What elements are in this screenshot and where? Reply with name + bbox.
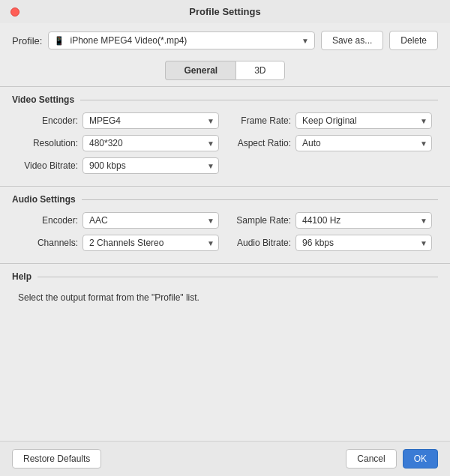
audio-section-line — [82, 199, 438, 200]
ok-button[interactable]: OK — [403, 449, 438, 469]
audio-encoder-select-wrapper: AAC ▼ — [82, 212, 219, 229]
encoder-select-wrapper: MPEG4 ▼ — [82, 112, 219, 129]
delete-button[interactable]: Delete — [389, 31, 438, 50]
resolution-select[interactable]: 480*320 — [82, 135, 219, 151]
encoder-select[interactable]: MPEG4 — [82, 112, 219, 129]
aspect-ratio-select[interactable]: Auto — [296, 135, 432, 151]
channels-select[interactable]: 2 Channels Stereo — [82, 235, 219, 251]
tabs-row: General 3D — [0, 58, 450, 86]
video-bitrate-select-wrapper: 900 kbps ▼ — [82, 157, 219, 174]
profile-row: Profile: 📱 iPhone MPEG4 Video(*.mp4) ▼ S… — [0, 23, 450, 58]
video-bitrate-select[interactable]: 900 kbps — [82, 157, 219, 174]
close-button[interactable] — [10, 7, 20, 16]
frame-rate-select[interactable]: Keep Original — [296, 112, 432, 129]
window-title: Profile Settings — [189, 6, 260, 17]
channels-select-wrapper: 2 Channels Stereo ▼ — [82, 235, 219, 251]
cancel-button[interactable]: Cancel — [346, 449, 396, 469]
frame-rate-select-wrapper: Keep Original ▼ — [296, 112, 432, 129]
encoder-label: Encoder: — [18, 115, 78, 126]
audio-settings-section: Audio Settings Encoder: AAC ▼ Sample Rat… — [0, 187, 450, 257]
audio-encoder-label: Encoder: — [18, 215, 78, 226]
profile-select[interactable]: iPhone MPEG4 Video(*.mp4) — [48, 31, 314, 49]
encoder-row: Encoder: MPEG4 ▼ — [18, 112, 219, 129]
audio-bitrate-select[interactable]: 96 kbps — [296, 235, 432, 251]
frame-rate-label: Frame Rate: — [231, 115, 291, 126]
resolution-row: Resolution: 480*320 ▼ — [18, 135, 219, 151]
help-text: Select the output format from the "Profi… — [12, 289, 438, 306]
channels-label: Channels: — [18, 238, 78, 248]
spacer-2 — [0, 257, 450, 263]
audio-settings-header: Audio Settings — [12, 194, 438, 205]
spacer-1 — [0, 180, 450, 186]
audio-bitrate-label: Audio Bitrate: — [231, 238, 291, 248]
video-bitrate-row: Video Bitrate: 900 kbps ▼ — [18, 157, 219, 174]
profile-label: Profile: — [12, 35, 42, 46]
save-as-button[interactable]: Save as... — [321, 31, 383, 50]
video-settings-title: Video Settings — [12, 94, 74, 105]
window-content: Profile: 📱 iPhone MPEG4 Video(*.mp4) ▼ S… — [0, 23, 450, 441]
audio-bitrate-row: Audio Bitrate: 96 kbps ▼ — [231, 235, 432, 251]
sample-rate-row: Sample Rate: 44100 Hz ▼ — [231, 212, 432, 229]
audio-settings-grid: Encoder: AAC ▼ Sample Rate: 44100 Hz ▼ — [12, 212, 438, 251]
video-settings-header: Video Settings — [12, 94, 438, 105]
help-title: Help — [12, 271, 32, 282]
aspect-ratio-label: Aspect Ratio: — [231, 138, 291, 148]
audio-settings-title: Audio Settings — [12, 194, 76, 205]
bottom-right-buttons: Cancel OK — [346, 449, 438, 469]
sample-rate-select[interactable]: 44100 Hz — [296, 212, 432, 229]
video-section-line — [80, 100, 438, 100]
video-bitrate-label: Video Bitrate: — [18, 160, 78, 171]
title-bar: Profile Settings — [0, 0, 450, 23]
profile-select-wrapper: 📱 iPhone MPEG4 Video(*.mp4) ▼ — [48, 31, 314, 49]
bottom-bar: Restore Defaults Cancel OK — [0, 441, 450, 476]
resolution-label: Resolution: — [18, 138, 78, 148]
audio-encoder-row: Encoder: AAC ▼ — [18, 212, 219, 229]
tab-general[interactable]: General — [165, 61, 236, 80]
video-settings-section: Video Settings Encoder: MPEG4 ▼ Frame Ra… — [0, 87, 450, 180]
restore-defaults-button[interactable]: Restore Defaults — [12, 449, 101, 469]
channels-row: Channels: 2 Channels Stereo ▼ — [18, 235, 219, 251]
tab-3d[interactable]: 3D — [236, 61, 284, 80]
video-settings-grid: Encoder: MPEG4 ▼ Frame Rate: Keep Origin… — [12, 112, 438, 174]
help-header: Help — [12, 271, 438, 282]
resolution-select-wrapper: 480*320 ▼ — [82, 135, 219, 151]
audio-encoder-select[interactable]: AAC — [82, 212, 219, 229]
aspect-ratio-row: Aspect Ratio: Auto ▼ — [231, 135, 432, 151]
frame-rate-row: Frame Rate: Keep Original ▼ — [231, 112, 432, 129]
sample-rate-label: Sample Rate: — [231, 215, 291, 226]
audio-bitrate-select-wrapper: 96 kbps ▼ — [296, 235, 432, 251]
aspect-ratio-select-wrapper: Auto ▼ — [296, 135, 432, 151]
help-section-line — [38, 277, 438, 277]
help-section: Help Select the output format from the "… — [0, 264, 450, 312]
sample-rate-select-wrapper: 44100 Hz ▼ — [296, 212, 432, 229]
